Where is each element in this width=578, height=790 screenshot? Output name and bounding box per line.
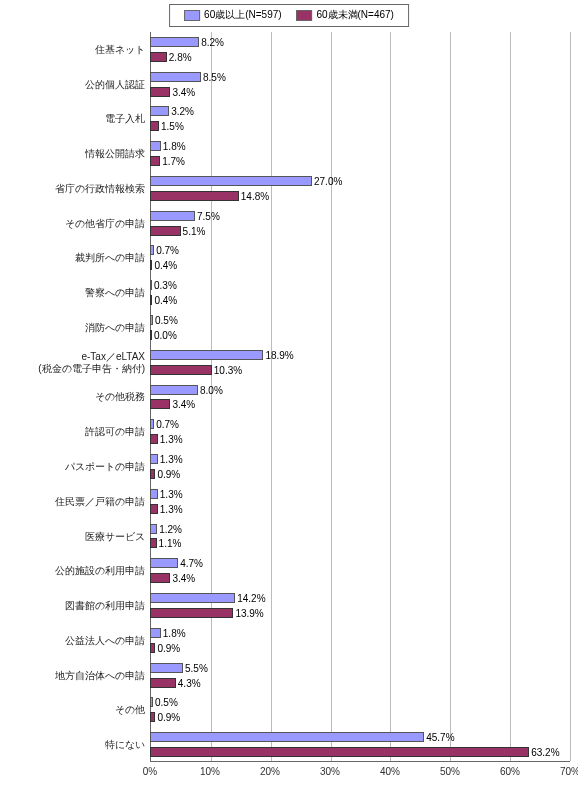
value-label: 1.7% (162, 156, 185, 167)
x-tick: 20% (260, 766, 280, 777)
bar-series-b: 1.3% (150, 434, 158, 444)
bar-series-a: 8.0% (150, 385, 198, 395)
category-label: 公的個人認証 (0, 79, 145, 91)
legend-item-a: 60歳以上(N=597) (184, 8, 282, 22)
chart-row: 警察への申請0.3%0.4% (0, 275, 570, 310)
value-label: 18.9% (265, 350, 293, 361)
bar-series-b: 14.8% (150, 191, 239, 201)
value-label: 0.9% (157, 712, 180, 723)
category-label: 公的施設の利用申請 (0, 565, 145, 577)
x-tick: 30% (320, 766, 340, 777)
value-label: 3.4% (172, 573, 195, 584)
bar-series-a: 1.3% (150, 489, 158, 499)
value-label: 1.3% (160, 454, 183, 465)
value-label: 0.4% (154, 260, 177, 271)
x-tick: 70% (560, 766, 578, 777)
bar-series-a: 1.8% (150, 141, 161, 151)
value-label: 0.9% (157, 643, 180, 654)
value-label: 1.3% (160, 489, 183, 500)
chart-row: 公益法人への申請1.8%0.9% (0, 623, 570, 658)
value-label: 0.9% (157, 469, 180, 480)
value-label: 4.3% (178, 678, 201, 689)
bar-series-a: 1.8% (150, 628, 161, 638)
x-tick: 0% (143, 766, 157, 777)
bars-group: 0.7%1.3% (150, 414, 570, 449)
value-label: 27.0% (314, 176, 342, 187)
bar-series-a: 1.3% (150, 454, 158, 464)
bar-series-b: 63.2% (150, 747, 529, 757)
bar-series-b: 1.1% (150, 538, 157, 548)
category-label: 医療サービス (0, 531, 145, 543)
bar-series-b: 4.3% (150, 678, 176, 688)
bar-series-a: 4.7% (150, 558, 178, 568)
bar-series-a: 18.9% (150, 350, 263, 360)
value-label: 8.0% (200, 385, 223, 396)
category-label: 警察への申請 (0, 287, 145, 299)
chart-row: その他0.5%0.9% (0, 692, 570, 727)
bars-group: 1.3%0.9% (150, 449, 570, 484)
bars-group: 0.7%0.4% (150, 241, 570, 276)
chart-row: 裁判所への申請0.7%0.4% (0, 241, 570, 276)
chart-row: その他省庁の申請7.5%5.1% (0, 206, 570, 241)
chart-row: 特にない45.7%63.2% (0, 727, 570, 762)
value-label: 0.4% (154, 295, 177, 306)
category-label: 電子入札 (0, 113, 145, 125)
bars-group: 18.9%10.3% (150, 345, 570, 380)
gridline (570, 32, 571, 761)
bars-group: 27.0%14.8% (150, 171, 570, 206)
category-label: その他 (0, 704, 145, 716)
bars-group: 1.8%1.7% (150, 136, 570, 171)
bar-series-b: 3.4% (150, 573, 170, 583)
bar-series-b: 0.4% (150, 260, 152, 270)
category-label: 消防への申請 (0, 322, 145, 334)
legend: 60歳以上(N=597) 60歳未満(N=467) (169, 4, 409, 27)
bar-series-b: 10.3% (150, 365, 212, 375)
value-label: 45.7% (426, 732, 454, 743)
category-label: 図書館の利用申請 (0, 600, 145, 612)
chart-row: 公的個人認証8.5%3.4% (0, 67, 570, 102)
bar-series-a: 1.2% (150, 524, 157, 534)
value-label: 8.5% (203, 72, 226, 83)
bars-group: 0.5%0.0% (150, 310, 570, 345)
bar-series-b: 3.4% (150, 87, 170, 97)
value-label: 5.5% (185, 663, 208, 674)
category-label: 住民票／戸籍の申請 (0, 496, 145, 508)
bar-series-b: 13.9% (150, 608, 233, 618)
bars-group: 1.2%1.1% (150, 519, 570, 554)
category-label: 特にない (0, 739, 145, 751)
category-label: 情報公開請求 (0, 148, 145, 160)
x-tick: 50% (440, 766, 460, 777)
bars-group: 5.5%4.3% (150, 658, 570, 693)
value-label: 1.3% (160, 504, 183, 515)
swatch-a (184, 10, 200, 21)
category-label: 公益法人への申請 (0, 635, 145, 647)
value-label: 7.5% (197, 211, 220, 222)
value-label: 63.2% (531, 747, 559, 758)
x-tick: 60% (500, 766, 520, 777)
chart-row: その他税務8.0%3.4% (0, 380, 570, 415)
category-label: パスポートの申請 (0, 461, 145, 473)
bar-series-b: 0.0% (150, 330, 152, 340)
bar-series-b: 0.4% (150, 295, 152, 305)
value-label: 2.8% (169, 52, 192, 63)
bar-series-a: 3.2% (150, 106, 169, 116)
chart-row: 図書館の利用申請14.2%13.9% (0, 588, 570, 623)
bar-series-b: 1.5% (150, 121, 159, 131)
value-label: 1.8% (163, 141, 186, 152)
bars-group: 45.7%63.2% (150, 727, 570, 762)
category-label: e-Tax／eLTAX(税金の電子申告・納付) (0, 351, 145, 374)
chart-row: 情報公開請求1.8%1.7% (0, 136, 570, 171)
value-label: 0.0% (154, 330, 177, 341)
bar-series-a: 0.5% (150, 697, 153, 707)
bar-series-b: 0.9% (150, 469, 155, 479)
value-label: 5.1% (183, 226, 206, 237)
bar-series-a: 0.5% (150, 315, 153, 325)
bars-group: 3.2%1.5% (150, 102, 570, 137)
value-label: 0.5% (155, 315, 178, 326)
category-label: その他省庁の申請 (0, 218, 145, 230)
bars-group: 8.2%2.8% (150, 32, 570, 67)
value-label: 1.3% (160, 434, 183, 445)
bar-series-b: 0.9% (150, 643, 155, 653)
bars-group: 7.5%5.1% (150, 206, 570, 241)
legend-label-b: 60歳未満(N=467) (316, 8, 394, 22)
